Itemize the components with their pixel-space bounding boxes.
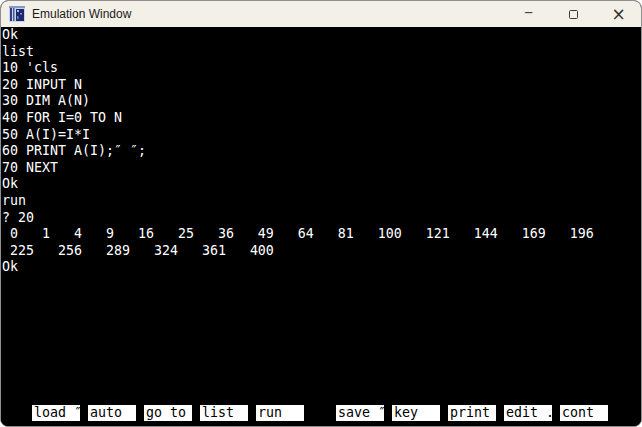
- terminal-line: 60 PRINT A(I);″ ″;: [2, 143, 594, 160]
- maximize-button[interactable]: [551, 1, 596, 27]
- minimize-icon: ─: [525, 6, 532, 20]
- terminal-line: 20 INPUT N: [2, 77, 594, 94]
- terminal-line: 40 FOR I=0 TO N: [2, 110, 594, 127]
- terminal-line: 70 NEXT: [2, 160, 594, 177]
- terminal-line: 30 DIM A(N): [2, 93, 594, 110]
- fkey-f2: auto: [88, 405, 136, 421]
- terminal-line: 0 1 4 9 16 25 36 49 64 81 100 121 144 16…: [2, 226, 594, 243]
- terminal-line: 10 'cls: [2, 60, 594, 77]
- window-title: Emulation Window: [32, 7, 131, 21]
- titlebar[interactable]: Emulation Window ─ ×: [1, 1, 641, 27]
- close-icon: ×: [611, 4, 625, 24]
- fkey-f1: load ″: [32, 405, 80, 421]
- terminal-line: list: [2, 44, 594, 61]
- app-icon: [9, 6, 25, 22]
- window-controls: ─ ×: [506, 1, 641, 27]
- terminal-line: 225 256 289 324 361 400: [2, 243, 594, 260]
- terminal-line: Ok: [2, 27, 594, 44]
- terminal-line: ? 20: [2, 210, 594, 227]
- minimize-button[interactable]: ─: [506, 1, 551, 27]
- fkey-f9: edit .: [504, 405, 552, 421]
- function-key-row: load ″ auto go to list run save ″ key pr…: [1, 405, 641, 421]
- emulator-window: Emulation Window ─ × Ok list 10 'cls 20 …: [0, 0, 642, 427]
- fkey-f8: print: [448, 405, 496, 421]
- fkey-f5: run: [256, 405, 304, 421]
- maximize-icon: [569, 10, 578, 19]
- fkey-f4: list: [200, 405, 248, 421]
- terminal-screen[interactable]: Ok list 10 'cls 20 INPUT N 30 DIM A(N) 4…: [1, 27, 641, 426]
- terminal-line: Ok: [2, 176, 594, 193]
- terminal-output: Ok list 10 'cls 20 INPUT N 30 DIM A(N) 4…: [2, 27, 594, 276]
- close-button[interactable]: ×: [596, 1, 641, 27]
- fkey-f10: cont: [560, 405, 608, 421]
- terminal-line: run: [2, 193, 594, 210]
- fkey-f7: key: [392, 405, 440, 421]
- fkey-f6: save ″: [336, 405, 384, 421]
- terminal-line: Ok: [2, 259, 594, 276]
- fkey-f3: go to: [144, 405, 192, 421]
- terminal-line: 50 A(I)=I*I: [2, 127, 594, 144]
